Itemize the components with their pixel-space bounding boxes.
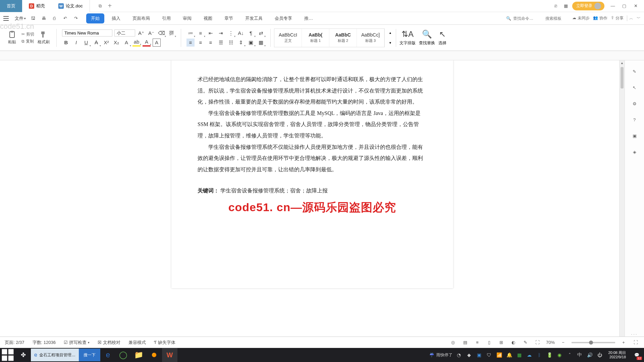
- qat-redo-icon[interactable]: ↷: [72, 15, 79, 22]
- font-decrease-button[interactable]: A⁻: [147, 29, 155, 37]
- style-gallery[interactable]: AaBbCcI正文 AaBb(标题 1 AaBbC标题 2 AaBbCc]标题 …: [274, 28, 385, 47]
- line-spacing-button[interactable]: ⇕: [237, 39, 245, 47]
- ruler[interactable]: [0, 51, 644, 60]
- unsynced-button[interactable]: ☁ 未同步: [572, 15, 590, 21]
- format-brush-button[interactable]: 格式刷: [36, 31, 51, 45]
- view-focus-icon[interactable]: ◎: [449, 339, 457, 346]
- sort-button[interactable]: A↓: [237, 29, 245, 37]
- tray-network-icon[interactable]: 📶: [494, 348, 504, 362]
- ribbon-tab-insert[interactable]: 插入: [107, 13, 125, 23]
- ribbon-collapse-up-button[interactable]: ︿: [627, 15, 633, 21]
- font-name-select[interactable]: [62, 29, 112, 37]
- taskbar-search-button[interactable]: 搜一下: [79, 349, 100, 361]
- menu-hamburger-icon[interactable]: [3, 14, 11, 22]
- highlight-button[interactable]: ab: [132, 39, 141, 47]
- clear-format-button[interactable]: ⌫: [157, 29, 165, 37]
- window-maximize-button[interactable]: ▢: [619, 0, 630, 12]
- style-body[interactable]: AaBbCcI正文: [274, 29, 302, 47]
- window-close-button[interactable]: ✕: [630, 0, 641, 12]
- view-fit-icon[interactable]: ⛶: [534, 339, 541, 346]
- command-search-input[interactable]: [513, 16, 543, 21]
- tab-docshell[interactable]: D 稻壳: [22, 0, 52, 12]
- tab-popout-icon[interactable]: ⧉: [97, 2, 104, 10]
- number-list-button[interactable]: ≡: [197, 29, 205, 37]
- tray-gpu-icon[interactable]: ▦: [514, 348, 524, 362]
- shading-button[interactable]: ▣: [247, 39, 255, 47]
- style-heading1[interactable]: AaBb(标题 1: [302, 29, 329, 47]
- taskbar-app-browser[interactable]: ◯: [116, 348, 131, 362]
- taskbar-app-unknown[interactable]: 🟠: [147, 348, 162, 362]
- zoom-in-button[interactable]: +: [620, 339, 627, 346]
- underline-button[interactable]: U: [82, 39, 90, 47]
- taskbar-weather[interactable]: ☔ 雨快停了: [429, 352, 452, 358]
- window-minimize-button[interactable]: —: [607, 0, 619, 12]
- scroll-thumb[interactable]: [621, 67, 624, 88]
- side-image-icon[interactable]: ▣: [630, 131, 639, 140]
- tray-onedrive-icon[interactable]: ☁: [524, 348, 534, 362]
- view-web-icon[interactable]: ⊞: [498, 339, 505, 346]
- tab-document[interactable]: W 论文.doc: [52, 0, 90, 12]
- taskbar-notifications[interactable]: 💬 12: [629, 348, 644, 362]
- view-outline-icon[interactable]: ≡: [474, 339, 481, 346]
- ribbon-tab-start[interactable]: 开始: [86, 13, 104, 23]
- tray-up-icon[interactable]: ˄: [565, 348, 575, 362]
- text-effects-button[interactable]: A: [122, 39, 130, 47]
- ribbon-tab-review[interactable]: 审阅: [178, 13, 196, 23]
- vertical-scrollbar[interactable]: ▲ ▼: [619, 60, 625, 346]
- side-settings-icon[interactable]: ⚙: [630, 99, 639, 108]
- tab-add-button[interactable]: +: [104, 2, 116, 10]
- tray-power-icon[interactable]: ⏻: [595, 348, 605, 362]
- find-replace-button[interactable]: 🔍 查找替换: [419, 29, 435, 46]
- tray-bell-icon[interactable]: 🔔: [504, 348, 514, 362]
- tray-icon-safe[interactable]: ◉: [554, 348, 565, 362]
- indent-increase-button[interactable]: ⇥: [217, 29, 225, 37]
- status-compat[interactable]: 兼容模式: [128, 340, 146, 346]
- subscript-button[interactable]: X₂: [112, 39, 120, 47]
- tray-icon-1[interactable]: ◔: [454, 348, 464, 362]
- view-page-icon[interactable]: ▤: [462, 339, 469, 346]
- ribbon-tab-reference[interactable]: 引用: [157, 13, 175, 23]
- character-border-button[interactable]: A: [153, 39, 161, 47]
- ribbon-tab-pagelayout[interactable]: 页面布局: [128, 13, 155, 23]
- show-marks-button[interactable]: ¶: [247, 29, 255, 37]
- ribbon-tab-chapter[interactable]: 章节: [220, 13, 238, 23]
- tray-ime-icon[interactable]: 中: [575, 348, 585, 362]
- bold-button[interactable]: B: [62, 39, 70, 47]
- start-button[interactable]: [0, 348, 15, 362]
- style-heading3[interactable]: AaBbCc]标题 3: [357, 29, 384, 47]
- zoom-slider[interactable]: [572, 342, 615, 343]
- align-left-button[interactable]: ≡: [186, 39, 195, 47]
- file-menu[interactable]: 文件 ▾: [15, 15, 26, 21]
- align-distribute-button[interactable]: ☷: [227, 39, 235, 47]
- taskbar-browser-window[interactable]: e 金石工程项目管理…: [31, 349, 79, 361]
- bullet-list-button[interactable]: ≔: [186, 29, 195, 37]
- strikethrough-button[interactable]: A̶: [92, 39, 100, 47]
- view-darkmode-icon[interactable]: ◐: [510, 339, 517, 346]
- tray-icon-3[interactable]: ▣: [474, 348, 484, 362]
- status-proof[interactable]: ☒文档校对: [98, 340, 120, 346]
- tab-home[interactable]: 首页: [0, 0, 22, 12]
- status-missing-font[interactable]: Ƭ缺失字体: [154, 340, 175, 346]
- fullscreen-icon[interactable]: ⛶: [632, 339, 639, 346]
- cut-button[interactable]: ✂剪切: [21, 32, 34, 37]
- border-button[interactable]: ▦: [257, 39, 265, 47]
- italic-button[interactable]: I: [72, 39, 80, 47]
- align-justify-button[interactable]: ☰: [217, 39, 225, 47]
- side-help-icon[interactable]: ?: [630, 115, 639, 124]
- side-pen-icon[interactable]: ✎: [630, 67, 639, 76]
- taskbar-app-explorer[interactable]: 📁: [131, 348, 147, 362]
- select-button[interactable]: ↖ 选择: [438, 29, 446, 46]
- indent-decrease-button[interactable]: ⇤: [207, 29, 215, 37]
- view-read-icon[interactable]: ▯: [486, 339, 493, 346]
- copilot-icon[interactable]: ✤: [15, 348, 31, 362]
- side-smart-icon[interactable]: ◈: [630, 147, 639, 156]
- paste-button[interactable]: 粘贴: [5, 31, 19, 45]
- ruler-marks-button[interactable]: ⋮: [227, 29, 235, 37]
- tray-bluetooth-icon[interactable]: ᛒ: [534, 348, 544, 362]
- apps-icon[interactable]: ▦: [562, 2, 570, 10]
- pinyin-button[interactable]: 拼: [167, 29, 175, 37]
- ribbon-tab-more[interactable]: 推…: [300, 13, 318, 23]
- login-button[interactable]: 立即登录: [572, 2, 604, 10]
- font-color-button[interactable]: A: [143, 39, 151, 47]
- command-search[interactable]: 🔍: [506, 16, 569, 21]
